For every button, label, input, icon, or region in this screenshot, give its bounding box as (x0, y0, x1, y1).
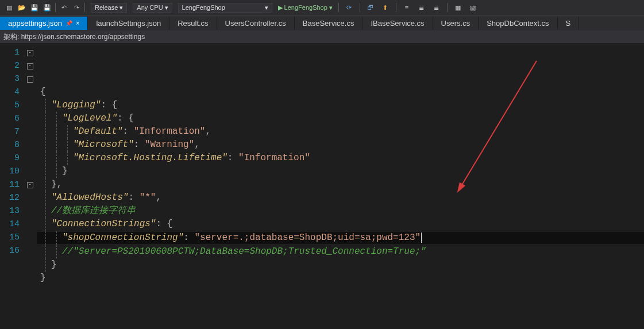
save-all-icon[interactable]: 💾 (43, 3, 52, 12)
code-line[interactable]: "AllowedHosts": "*", (37, 191, 644, 204)
fold-minus-icon[interactable]: - (27, 182, 33, 188)
comment-icon[interactable]: ▦ (453, 3, 462, 12)
fold-cell (23, 244, 37, 257)
tab-baseservice-cs[interactable]: BaseService.cs (295, 17, 363, 30)
code-line[interactable]: //"Server=PS20190608PCTW;DataBase=ShopDB… (37, 245, 644, 258)
token-punc: : (117, 113, 128, 123)
uncomment-icon[interactable]: ▧ (468, 3, 477, 12)
chevron-down-icon: ▾ (119, 4, 123, 11)
fold-cell[interactable]: - (23, 46, 37, 59)
token-punc: , (57, 179, 63, 189)
tab-users-cs[interactable]: Users.cs (433, 17, 479, 30)
token-cmt: //"Server=PS20190608PCTW;DataBase=ShopDB… (62, 246, 426, 257)
indent-icon[interactable]: ≣ (417, 3, 426, 12)
fold-minus-icon[interactable]: - (27, 50, 33, 56)
tab-overflow[interactable]: S (558, 17, 580, 30)
code-line[interactable]: //数据库连接字符串 (37, 204, 644, 218)
fold-minus-icon[interactable]: - (27, 76, 33, 83)
code-line[interactable]: "shopConnectionString": "server=.;databa… (37, 231, 644, 245)
code-line[interactable]: } (37, 272, 644, 285)
line-number: 5 (3, 99, 20, 112)
line-number: 8 (3, 138, 20, 152)
fold-cell (23, 138, 37, 152)
platform-dropdown[interactable]: Any CPU ▾ (133, 3, 172, 13)
code-line[interactable]: "LogLevel": { (37, 112, 644, 125)
pin-icon[interactable]: 📌 (65, 20, 72, 26)
line-number-gutter: 12345678910111213141516 (0, 44, 23, 329)
token-punc: : (122, 126, 133, 137)
code-line[interactable]: "ConnectionStrings": { (37, 218, 644, 231)
fold-minus-icon[interactable]: - (27, 63, 33, 69)
token-punc: , (205, 126, 211, 137)
tab-ibaseservice-cs[interactable]: IBaseService.cs (363, 17, 433, 30)
token-str: "Warning" (145, 140, 194, 150)
text-cursor (421, 233, 422, 243)
save-icon[interactable]: 💾 (30, 3, 39, 12)
token-key: "Default" (73, 126, 122, 137)
line-number: 14 (3, 218, 20, 231)
outdent-icon[interactable]: ≣ (432, 3, 441, 12)
toolbar-sep (396, 3, 396, 12)
refresh-icon[interactable]: ⟳ (345, 3, 354, 12)
code-area[interactable]: {"Logging": {"LogLevel": {"Default": "In… (37, 44, 644, 329)
line-number: 12 (3, 191, 20, 204)
token-brace: { (40, 87, 46, 97)
align-icon[interactable]: ≡ (402, 3, 411, 12)
startup-project-dropdown[interactable]: LengFengShop ▾ (178, 3, 272, 13)
token-brace: { (128, 113, 134, 123)
toolbar-sep (55, 3, 56, 12)
startup-project-label: LengFengShop (182, 4, 225, 11)
tab-launchsettings-json[interactable]: launchSettings.json (88, 17, 169, 30)
code-line[interactable]: } (37, 165, 644, 178)
fold-cell (23, 191, 37, 204)
code-line[interactable]: } (37, 258, 644, 272)
token-brace: { (112, 100, 118, 110)
close-icon[interactable]: × (76, 20, 79, 26)
undo-icon[interactable]: ↶ (59, 3, 68, 12)
toolbar-left-icons: ▤ 📂 💾 💾 ↶ ↷ (5, 3, 85, 12)
token-str: "Information" (134, 126, 206, 137)
line-number: 7 (3, 125, 20, 138)
token-key: "Microsoft" (73, 140, 134, 150)
publish-icon[interactable]: ⬆ (381, 3, 390, 12)
code-line[interactable] (37, 285, 644, 298)
tab-result-cs[interactable]: Result.cs (169, 17, 217, 30)
run-label: LengFengShop (284, 4, 327, 11)
token-str: "*" (140, 192, 156, 203)
fold-cell (23, 218, 37, 231)
document-tabs: appsettings.json📌×launchSettings.jsonRes… (0, 16, 644, 30)
fold-cell[interactable]: - (23, 178, 37, 191)
run-button[interactable]: ▶ LengFengShop ▾ (278, 4, 333, 11)
code-line[interactable]: { (37, 86, 644, 99)
line-number: 6 (3, 112, 20, 125)
token-punc: : (101, 100, 111, 110)
token-key: "Microsoft.Hosting.Lifetime" (73, 153, 227, 163)
folding-gutter[interactable]: --- - (23, 44, 37, 329)
tab-shopdbcontext-cs[interactable]: ShopDbContext.cs (479, 17, 557, 30)
code-line[interactable]: "Microsoft": "Warning", (37, 138, 644, 152)
browser-link-icon[interactable]: 🗗 (366, 3, 375, 12)
toolbar-sep (84, 3, 85, 12)
schema-url[interactable]: https://json.schemastore.org/appsettings (21, 33, 145, 41)
fold-cell[interactable]: - (23, 59, 37, 72)
fold-cell[interactable]: - (23, 72, 37, 86)
tab-userscontroller-cs[interactable]: UsersController.cs (217, 17, 295, 30)
fold-cell (23, 125, 37, 138)
token-key: "shopConnectionString" (62, 233, 183, 243)
token-punc: : (156, 219, 167, 229)
open-icon[interactable]: 📂 (17, 3, 26, 12)
redo-icon[interactable]: ↷ (72, 3, 81, 12)
config-dropdown[interactable]: Release ▾ (91, 3, 127, 13)
line-number: 10 (3, 165, 20, 178)
tab-appsettings-json[interactable]: appsettings.json📌× (0, 17, 88, 30)
code-editor[interactable]: 12345678910111213141516 --- - {"Logging"… (0, 44, 644, 329)
toolbar-sep (447, 3, 448, 12)
new-file-icon[interactable]: ▤ (5, 3, 14, 12)
token-brace: { (167, 219, 173, 229)
code-line[interactable]: "Microsoft.Hosting.Lifetime": "Informati… (37, 152, 644, 165)
code-line[interactable]: "Logging": { (37, 99, 644, 112)
token-punc: : (183, 233, 194, 243)
token-brace: } (51, 179, 57, 189)
code-line[interactable]: }, (37, 178, 644, 191)
code-line[interactable]: "Default": "Information", (37, 125, 644, 138)
